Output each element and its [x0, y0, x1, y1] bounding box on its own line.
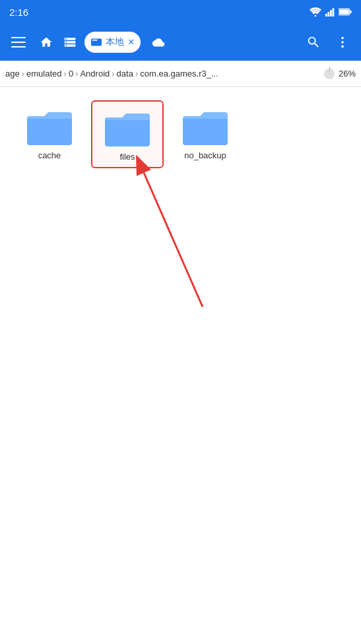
no-backup-folder-icon: [181, 106, 229, 146]
status-icons: [310, 7, 352, 16]
svg-rect-16: [105, 117, 150, 146]
breadcrumb-sep-2: ›: [64, 69, 67, 79]
svg-rect-3: [330, 10, 332, 16]
battery-icon: [339, 8, 352, 16]
storage-icon: [63, 36, 77, 49]
svg-rect-2: [328, 12, 330, 16]
folder-files[interactable]: files: [91, 100, 164, 168]
app-bar: 本地 ×: [0, 24, 361, 61]
breadcrumb-sep-4: ›: [112, 69, 114, 79]
app-bar-left: 本地 ×: [5, 29, 295, 55]
svg-point-0: [315, 15, 317, 17]
storage-button[interactable]: [59, 32, 81, 53]
signal-icon: [325, 7, 335, 16]
hamburger-button[interactable]: [5, 29, 32, 55]
cloud-button[interactable]: [147, 32, 168, 53]
svg-rect-1: [325, 14, 327, 16]
folder-files-label: files: [119, 152, 135, 162]
breadcrumb-package[interactable]: com.ea.games.r3_...: [140, 69, 218, 79]
cloud-icon: [150, 36, 165, 48]
svg-rect-15: [27, 116, 72, 145]
breadcrumb-android-text: Android: [80, 69, 110, 79]
breadcrumb-age-text: age: [5, 69, 20, 79]
wifi-icon: [310, 7, 321, 16]
active-tab[interactable]: 本地 ×: [84, 32, 141, 53]
nav-icons: [36, 32, 81, 53]
breadcrumb-0-text: 0: [69, 69, 73, 79]
more-vertical-icon: [335, 35, 350, 49]
tab-icon: [91, 38, 102, 46]
file-grid: cache files no_backup: [0, 87, 361, 181]
breadcrumb-emulated[interactable]: emulated: [26, 69, 61, 79]
storage-percent-text: 26%: [339, 69, 356, 79]
svg-point-12: [341, 46, 344, 48]
breadcrumb-data-text: data: [117, 69, 133, 79]
status-time: 2:16: [9, 7, 28, 18]
breadcrumb-emulated-text: emulated: [26, 69, 61, 79]
home-icon: [40, 36, 53, 49]
svg-rect-9: [92, 40, 98, 41]
folder-no-backup-label: no_backup: [184, 150, 226, 160]
folder-cache[interactable]: cache: [13, 100, 86, 168]
app-bar-right: [300, 29, 356, 55]
search-button[interactable]: [300, 29, 327, 55]
more-options-button[interactable]: [329, 29, 356, 55]
svg-line-19: [144, 173, 203, 307]
svg-rect-7: [339, 10, 349, 15]
breadcrumb-0[interactable]: 0: [69, 69, 73, 79]
svg-rect-4: [333, 8, 335, 16]
home-button[interactable]: [36, 32, 57, 53]
status-bar: 2:16: [0, 0, 361, 24]
svg-point-10: [341, 37, 344, 40]
breadcrumb-data[interactable]: data: [117, 69, 133, 79]
cache-folder-icon: [26, 106, 73, 146]
svg-rect-17: [183, 116, 228, 145]
storage-pie-icon: [323, 67, 336, 80]
tab-label: 本地: [106, 36, 124, 48]
files-folder-icon: [104, 107, 151, 148]
breadcrumb-android[interactable]: Android: [80, 69, 110, 79]
breadcrumb-bar: age › emulated › 0 › Android › data › co…: [0, 61, 361, 87]
breadcrumb-sep-5: ›: [135, 69, 138, 79]
breadcrumb-age[interactable]: age: [5, 69, 20, 79]
breadcrumb-sep-1: ›: [22, 69, 24, 79]
storage-badge: 26%: [323, 67, 356, 80]
breadcrumb-sep-3: ›: [75, 69, 78, 79]
folder-cache-label: cache: [38, 150, 61, 160]
breadcrumb-package-text: com.ea.games.r3_...: [140, 69, 218, 79]
tab-close-button[interactable]: ×: [128, 37, 134, 48]
svg-rect-6: [350, 11, 351, 14]
folder-no-backup[interactable]: no_backup: [169, 100, 242, 168]
search-icon: [306, 35, 321, 49]
svg-point-11: [341, 41, 344, 44]
